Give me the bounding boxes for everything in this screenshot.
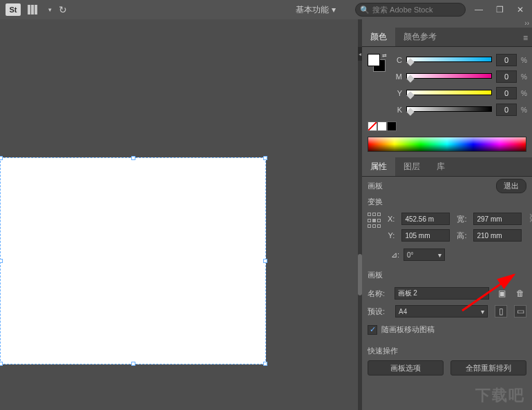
restore-button[interactable]: ❐ <box>492 4 507 15</box>
search-input[interactable]: 🔍 搜索 Adobe Stock <box>355 3 466 17</box>
black-value[interactable] <box>496 104 517 116</box>
magenta-value[interactable] <box>496 70 517 83</box>
props-tabs: 属性 图层 库 <box>362 157 532 177</box>
stock-icon[interactable]: St <box>6 3 21 16</box>
delete-artboard-icon[interactable]: 🗑 <box>515 287 526 300</box>
quick-actions-header: 快速操作 <box>368 346 398 355</box>
color-spectrum[interactable] <box>368 137 526 152</box>
link-icon[interactable]: ⛓ <box>529 213 532 224</box>
refresh-icon[interactable]: ↻ <box>59 4 67 15</box>
tab-layers[interactable]: 图层 <box>395 157 428 176</box>
fill-stroke-swatch[interactable]: ⇄ <box>368 54 386 72</box>
magenta-slider[interactable] <box>406 73 492 80</box>
fill-swatch[interactable] <box>368 54 380 66</box>
h-label: 高: <box>457 231 466 241</box>
handle-top-left[interactable] <box>0 156 3 160</box>
watermark: 下载吧 <box>475 385 525 406</box>
reference-point[interactable] <box>368 213 381 229</box>
move-artwork-label: 随画板移动图稿 <box>381 324 435 335</box>
c-label: C <box>395 56 402 64</box>
height-field[interactable] <box>473 229 522 242</box>
w-label: 宽: <box>457 214 466 224</box>
handle-top-mid[interactable] <box>131 156 135 160</box>
panel-expand-icon[interactable]: ›› <box>362 19 532 28</box>
transform-header: 变换 <box>368 197 383 207</box>
panel-menu-icon[interactable]: ≡ <box>523 33 528 43</box>
artboard[interactable] <box>0 157 266 364</box>
black-chip[interactable] <box>387 121 397 131</box>
rotation-label: ⊿: <box>391 251 399 260</box>
exit-button[interactable]: 退出 <box>496 179 526 193</box>
handle-top-right[interactable] <box>263 156 267 160</box>
artboard-name-field[interactable] <box>395 287 489 300</box>
none-color-chip[interactable] <box>368 121 377 131</box>
preset-label: 预设: <box>368 306 388 317</box>
tab-color-guide[interactable]: 颜色参考 <box>395 28 445 46</box>
x-field[interactable] <box>401 213 450 225</box>
preset-dropdown[interactable]: A4▾ <box>395 305 488 318</box>
workspace-switcher[interactable]: 基本功能 ▾ <box>282 4 350 16</box>
k-label: K <box>395 106 402 114</box>
close-button[interactable]: ✕ <box>513 4 528 15</box>
layout-icon[interactable] <box>28 4 41 15</box>
cyan-slider[interactable] <box>406 57 492 64</box>
landscape-icon[interactable]: ▭ <box>514 305 526 318</box>
yellow-value[interactable] <box>496 87 517 99</box>
canvas-area[interactable]: 板 2 <box>0 19 358 410</box>
handle-mid-left[interactable] <box>0 259 3 263</box>
workspace-label: 基本功能 <box>296 4 329 16</box>
portrait-icon[interactable]: ▯ <box>495 305 507 318</box>
handle-mid-right[interactable] <box>263 259 267 263</box>
black-slider[interactable] <box>406 106 492 113</box>
right-panels: ›› 颜色 颜色参考 ≡ ⇄ C % <box>362 19 532 410</box>
top-menu-bar: St ▾ ↻ 基本功能 ▾ 🔍 搜索 Adobe Stock — ❐ ✕ <box>0 0 532 19</box>
y-field[interactable] <box>401 229 450 242</box>
m-label: M <box>395 72 402 81</box>
artboard-header: 画板 <box>368 181 383 191</box>
tab-color[interactable]: 颜色 <box>362 28 395 46</box>
rotation-field[interactable]: 0°▾ <box>403 248 445 261</box>
x-label: X: <box>388 215 395 223</box>
white-chip[interactable] <box>377 121 387 131</box>
artboard-options-button[interactable]: 画板选项 <box>368 360 444 375</box>
handle-bot-left[interactable] <box>0 362 3 366</box>
chevron-down-icon: ▾ <box>332 5 336 14</box>
artboard-header-2: 画板 <box>368 270 383 280</box>
chevron-down-icon[interactable]: ▾ <box>48 6 52 13</box>
y-label: Y <box>395 89 402 97</box>
search-icon: 🔍 <box>360 6 370 14</box>
rearrange-all-button[interactable]: 全部重新排列 <box>450 360 526 375</box>
swap-icon[interactable]: ⇄ <box>382 52 387 59</box>
tab-properties[interactable]: 属性 <box>362 157 395 176</box>
handle-bot-right[interactable] <box>263 362 267 366</box>
cyan-value[interactable] <box>496 54 517 66</box>
move-artwork-checkbox[interactable]: ✓ <box>368 325 377 335</box>
color-tabs: 颜色 颜色参考 ≡ <box>362 28 532 47</box>
y-label: Y: <box>388 231 395 240</box>
width-field[interactable] <box>473 213 522 225</box>
new-artboard-icon[interactable]: ▣ <box>496 287 508 300</box>
name-label: 名称: <box>368 289 388 299</box>
tab-libraries[interactable]: 库 <box>428 157 453 176</box>
search-placeholder: 搜索 Adobe Stock <box>372 5 433 15</box>
color-panel: ⇄ C % M % <box>362 47 532 157</box>
handle-bot-mid[interactable] <box>131 362 135 366</box>
yellow-slider[interactable] <box>406 90 492 97</box>
minimize-button[interactable]: — <box>471 4 486 15</box>
